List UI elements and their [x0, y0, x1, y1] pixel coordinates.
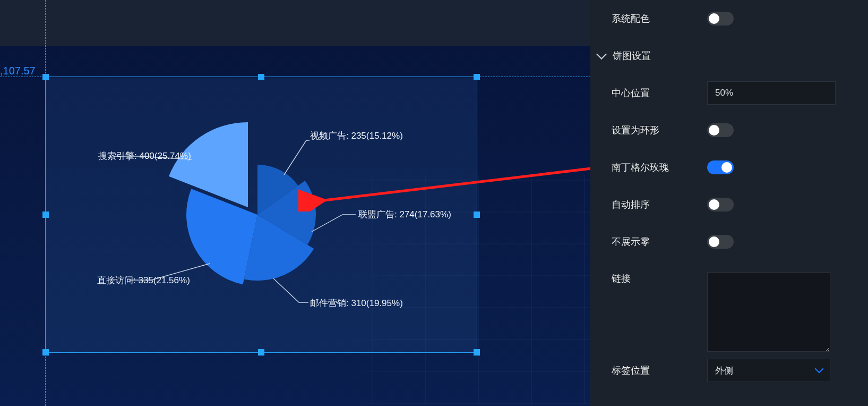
label-ring: 设置为环形: [612, 124, 707, 137]
row-label-position: 标签位置 外侧: [590, 352, 853, 389]
label-union: 联盟广告: 274(17.63%): [358, 208, 451, 221]
row-hidezero: 不展示零: [590, 223, 853, 260]
label-autosort: 自动排序: [612, 198, 707, 211]
textarea-link[interactable]: [707, 272, 830, 352]
select-label-position-value: 外侧: [715, 365, 733, 377]
row-rose: 南丁格尔玫瑰: [590, 149, 853, 186]
select-label-position[interactable]: 外侧: [707, 359, 830, 382]
selection-coordinate-readout: ,107.57: [0, 65, 36, 77]
properties-panel: 系统配色 饼图设置 中心位置 设置为环形 南丁格尔玫瑰 自动排序 不展示零 链接…: [590, 0, 868, 406]
toggle-ring[interactable]: [707, 123, 734, 137]
label-center-position: 中心位置: [612, 87, 707, 99]
toggle-hidezero[interactable]: [707, 235, 734, 249]
label-search: 搜索引擎: 400(25.74%): [98, 150, 191, 162]
label-label-position: 标签位置: [612, 364, 707, 377]
label-video: 视频广告: 235(15.12%): [310, 130, 403, 142]
label-rose: 南丁格尔玫瑰: [612, 161, 707, 174]
section-header-pie-settings[interactable]: 饼图设置: [590, 37, 853, 74]
label-mail: 邮件营销: 310(19.95%): [310, 297, 403, 309]
toggle-system-color[interactable]: [707, 12, 734, 26]
label-direct: 直接访问: 335(21.56%): [97, 274, 190, 286]
label-hidezero: 不展示零: [612, 235, 707, 248]
row-link: 链接: [590, 260, 853, 352]
label-system-color: 系统配色: [612, 12, 707, 25]
toggle-autosort[interactable]: [707, 198, 734, 212]
chevron-down-icon: [596, 49, 607, 60]
rose-pie-chart[interactable]: 视频广告: 235(15.12%) 联盟广告: 274(17.63%) 邮件营销…: [45, 77, 477, 353]
input-center-position[interactable]: [707, 81, 836, 105]
row-autosort: 自动排序: [590, 186, 853, 223]
slice-search[interactable]: [169, 122, 248, 207]
row-system-color: 系统配色: [590, 0, 853, 37]
label-link: 链接: [612, 272, 707, 285]
toggle-rose[interactable]: [707, 160, 734, 174]
row-center-position: 中心位置: [590, 74, 853, 112]
row-ring: 设置为环形: [590, 112, 853, 149]
section-title: 饼图设置: [613, 49, 651, 62]
chevron-down-icon: [815, 365, 824, 374]
